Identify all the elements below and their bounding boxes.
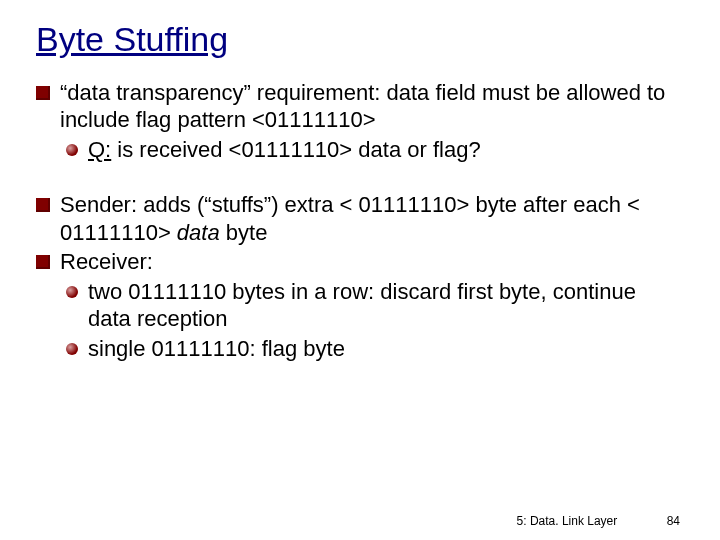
- sub-receiver-2-text: single 01111110: flag byte: [88, 335, 684, 363]
- sender-em: data: [177, 220, 220, 245]
- sub-question: Q: is received <01111110> data or flag?: [66, 136, 684, 164]
- square-bullet-icon: [36, 86, 50, 100]
- slide: Byte Stuffing “data transparency” requir…: [0, 0, 720, 540]
- sender-post: byte: [220, 220, 268, 245]
- q-label: Q:: [88, 137, 111, 162]
- bullet-transparency: “data transparency” requirement: data fi…: [36, 79, 684, 134]
- circle-bullet-icon: [66, 286, 78, 298]
- square-bullet-icon: [36, 198, 50, 212]
- footer-section: 5: Data. Link Layer: [517, 514, 618, 528]
- footer: 5: Data. Link Layer 84: [517, 514, 680, 528]
- sub-receiver-1-text: two 01111110 bytes in a row: discard fir…: [88, 278, 684, 333]
- circle-bullet-icon: [66, 343, 78, 355]
- block-sender-receiver: Sender: adds (“stuffs”) extra < 01111110…: [36, 191, 684, 362]
- sub-receiver-2: single 01111110: flag byte: [66, 335, 684, 363]
- sub-receiver-1: two 01111110 bytes in a row: discard fir…: [66, 278, 684, 333]
- square-bullet-icon: [36, 255, 50, 269]
- bullet-sender-text: Sender: adds (“stuffs”) extra < 01111110…: [60, 191, 684, 246]
- circle-bullet-icon: [66, 144, 78, 156]
- bullet-receiver-text: Receiver:: [60, 248, 684, 276]
- slide-title: Byte Stuffing: [36, 18, 684, 61]
- q-rest: is received <01111110> data or flag?: [111, 137, 480, 162]
- bullet-transparency-text: “data transparency” requirement: data fi…: [60, 79, 684, 134]
- sub-question-text: Q: is received <01111110> data or flag?: [88, 136, 684, 164]
- bullet-sender: Sender: adds (“stuffs”) extra < 01111110…: [36, 191, 684, 246]
- block-transparency: “data transparency” requirement: data fi…: [36, 79, 684, 164]
- bullet-receiver: Receiver:: [36, 248, 684, 276]
- footer-page-number: 84: [667, 514, 680, 528]
- sender-pre: Sender: adds (“stuffs”) extra < 01111110…: [60, 192, 640, 245]
